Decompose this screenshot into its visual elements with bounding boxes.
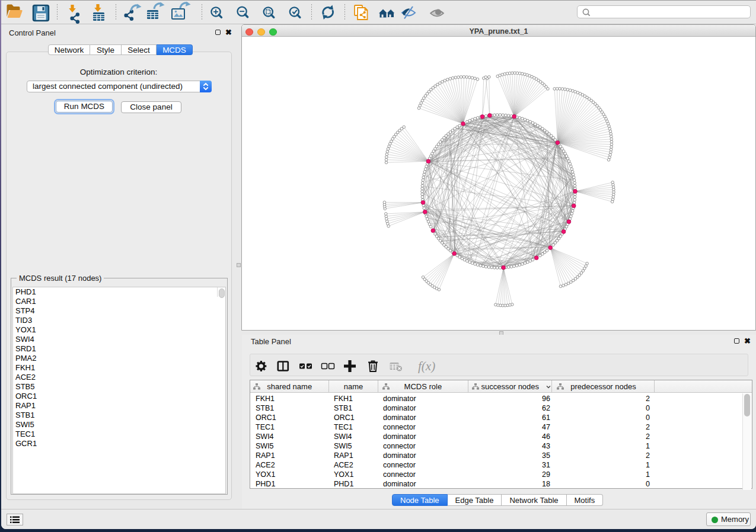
svg-text:f(x): f(x)	[418, 359, 435, 373]
